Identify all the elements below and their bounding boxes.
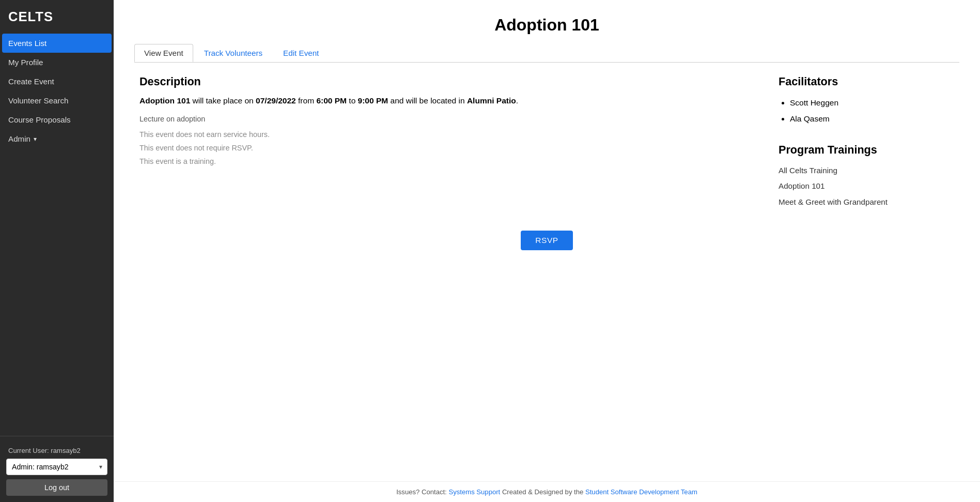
description-text: Adoption 101 will take place on 07/29/20… <box>139 95 748 108</box>
program-trainings-heading: Program Trainings <box>779 143 954 157</box>
sidebar-item-my-profile[interactable]: My Profile <box>0 53 114 72</box>
footer-middle: Created & Designed by the <box>500 488 585 496</box>
event-right-column: Facilitators Scott Heggen Ala Qasem Prog… <box>779 75 954 210</box>
desc-text-4: and will be located in <box>388 96 467 105</box>
footer-link-systems-support[interactable]: Systems Support <box>448 488 500 496</box>
user-dropdown-wrapper: Admin: ramsayb2 ▾ <box>6 459 107 475</box>
sidebar-item-events-list[interactable]: Events List <box>2 34 112 53</box>
app-title: CELTS <box>0 0 114 34</box>
rsvp-button[interactable]: RSVP <box>521 231 572 250</box>
flag-service-hours: This event does not earn service hours. <box>139 128 748 142</box>
program-trainings-list: All Celts Training Adoption 101 Meet & G… <box>779 163 954 210</box>
facilitators-list: Scott Heggen Ala Qasem <box>779 95 954 127</box>
sidebar-item-admin[interactable]: Admin ▾ <box>0 129 114 148</box>
desc-text-5: . <box>516 96 518 105</box>
desc-text-3: to <box>347 96 358 105</box>
sidebar-item-course-proposals[interactable]: Course Proposals <box>0 110 114 129</box>
desc-text-1: will take place on <box>190 96 256 105</box>
page-title: Adoption 101 <box>134 16 959 35</box>
logout-button[interactable]: Log out <box>6 479 107 496</box>
current-user-label: Current User: ramsayb2 <box>6 443 107 459</box>
sidebar-bottom: Current User: ramsayb2 Admin: ramsayb2 ▾… <box>0 436 114 502</box>
event-location-bold: Alumni Patio <box>467 96 516 105</box>
program-trainings-section: Program Trainings All Celts Training Ado… <box>779 143 954 210</box>
sidebar: CELTS Events List My Profile Create Even… <box>0 0 114 502</box>
description-heading: Description <box>139 75 748 88</box>
event-body: Description Adoption 101 will take place… <box>134 75 959 210</box>
sidebar-item-create-event[interactable]: Create Event <box>0 72 114 91</box>
event-end-time-bold: 9:00 PM <box>358 96 388 105</box>
training-1: All Celts Training <box>779 163 954 178</box>
user-dropdown[interactable]: Admin: ramsayb2 <box>6 459 107 475</box>
desc-text-2: from <box>296 96 317 105</box>
main-content: Adoption 101 View Event Track Volunteers… <box>114 0 980 502</box>
facilitator-2: Ala Qasem <box>790 111 954 127</box>
content-area: Adoption 101 View Event Track Volunteers… <box>114 0 980 481</box>
sidebar-item-volunteer-search[interactable]: Volunteer Search <box>0 91 114 110</box>
flag-training: This event is a training. <box>139 155 748 169</box>
rsvp-area: RSVP <box>134 231 959 250</box>
tab-track-volunteers[interactable]: Track Volunteers <box>194 44 272 62</box>
footer: Issues? Contact: Systems Support Created… <box>114 481 980 502</box>
tab-view-event[interactable]: View Event <box>134 44 193 62</box>
event-name-bold: Adoption 101 <box>139 96 190 105</box>
sidebar-nav: Events List My Profile Create Event Volu… <box>0 34 114 148</box>
training-3: Meet & Greet with Grandparent <box>779 194 954 210</box>
admin-caret-icon: ▾ <box>34 135 37 143</box>
event-tabs: View Event Track Volunteers Edit Event <box>134 44 959 63</box>
event-flags: This event does not earn service hours. … <box>139 128 748 169</box>
training-2: Adoption 101 <box>779 178 954 194</box>
tab-edit-event[interactable]: Edit Event <box>273 44 329 62</box>
event-start-time-bold: 6:00 PM <box>316 96 347 105</box>
footer-link-student-team[interactable]: Student Software Development Team <box>585 488 697 496</box>
facilitator-1: Scott Heggen <box>790 95 954 111</box>
lecture-note: Lecture on adoption <box>139 115 748 123</box>
event-left-column: Description Adoption 101 will take place… <box>139 75 748 210</box>
footer-text: Issues? Contact: <box>396 488 448 496</box>
event-date-bold: 07/29/2022 <box>256 96 296 105</box>
facilitators-heading: Facilitators <box>779 75 954 88</box>
flag-rsvp: This event does not require RSVP. <box>139 142 748 155</box>
